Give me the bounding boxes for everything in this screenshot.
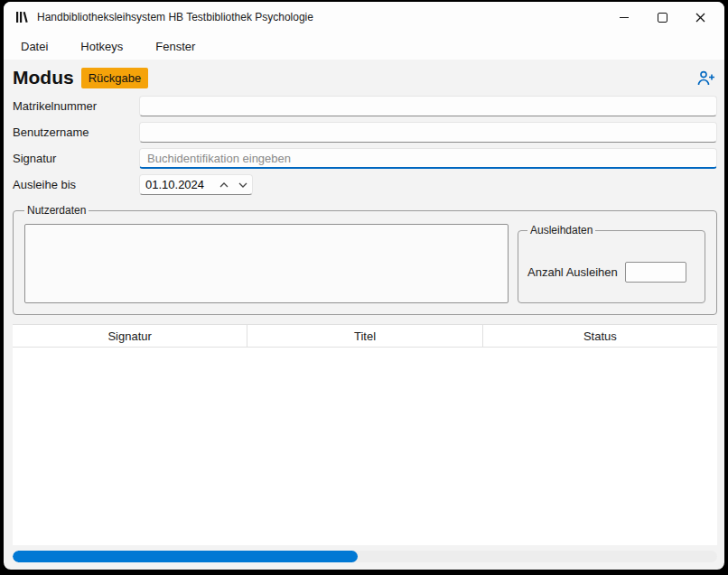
- signatur-row: Signatur: [13, 148, 717, 169]
- menubar: Datei Hotkeys Fenster: [4, 32, 724, 60]
- signatur-input[interactable]: [139, 148, 717, 169]
- add-user-button[interactable]: [695, 69, 717, 88]
- minimize-icon: [620, 17, 629, 18]
- maximize-icon: [658, 13, 667, 23]
- column-header-titel: Titel: [247, 325, 482, 347]
- anzahl-ausleihen-input[interactable]: [625, 262, 686, 283]
- nutzerdaten-group-title: Nutzerdaten: [24, 204, 89, 217]
- menu-hotkeys[interactable]: Hotkeys: [70, 35, 133, 58]
- benutzername-label: Benutzername: [13, 125, 139, 139]
- matrikelnummer-input[interactable]: [139, 96, 717, 116]
- window-title: Handbibliotheksleihsystem HB Testbibliot…: [37, 11, 313, 23]
- menu-datei[interactable]: Datei: [11, 35, 58, 58]
- date-spinner: [139, 174, 253, 195]
- matrikelnummer-row: Matrikelnummer: [13, 96, 717, 116]
- benutzername-row: Benutzername: [13, 122, 717, 143]
- ausleihdaten-group-title: Ausleihdaten: [527, 224, 595, 236]
- maximize-button[interactable]: [643, 4, 681, 31]
- content-area: Modus Rückgabe Matrikelnummer Benutzerna…: [4, 60, 724, 570]
- date-increment-button[interactable]: [214, 176, 233, 193]
- modus-label: Modus: [13, 67, 74, 88]
- table-body[interactable]: [13, 348, 717, 545]
- signatur-label: Signatur: [13, 152, 139, 165]
- anzahl-ausleihen-label: Anzahl Ausleihen: [527, 265, 618, 279]
- results-table: Signatur Titel Status: [13, 324, 717, 545]
- table-header: Signatur Titel Status: [13, 325, 717, 348]
- chevron-down-icon: [238, 182, 247, 188]
- menu-fenster[interactable]: Fenster: [145, 35, 205, 58]
- minimize-button[interactable]: [605, 4, 643, 31]
- chevron-up-icon: [219, 182, 229, 188]
- ausleihdaten-group: Ausleihdaten Anzahl Ausleihen: [518, 224, 705, 303]
- nutzerdaten-textarea[interactable]: [24, 224, 509, 303]
- ausleihe-bis-row: Ausleihe bis: [13, 174, 717, 195]
- benutzername-input[interactable]: [139, 122, 717, 143]
- column-header-status: Status: [483, 325, 717, 347]
- nutzerdaten-group: Nutzerdaten Ausleihdaten Anzahl Ausleihe…: [13, 204, 717, 315]
- close-button[interactable]: [681, 4, 719, 31]
- column-header-signatur: Signatur: [13, 325, 247, 347]
- progress-bar: [13, 551, 717, 562]
- matrikelnummer-label: Matrikelnummer: [13, 99, 139, 113]
- date-input[interactable]: [140, 178, 214, 191]
- ausleihe-bis-label: Ausleihe bis: [13, 178, 139, 191]
- date-decrement-button[interactable]: [233, 176, 252, 193]
- titlebar: Handbibliotheksleihsystem HB Testbibliot…: [4, 2, 724, 32]
- person-add-icon: [696, 70, 715, 86]
- app-window: Handbibliotheksleihsystem HB Testbibliot…: [2, 0, 726, 571]
- mode-badge: Rückgabe: [81, 68, 149, 88]
- mode-header: Modus Rückgabe: [13, 67, 717, 88]
- close-icon: [695, 13, 705, 23]
- app-icon: [14, 10, 29, 24]
- progress-bar-fill: [13, 551, 358, 562]
